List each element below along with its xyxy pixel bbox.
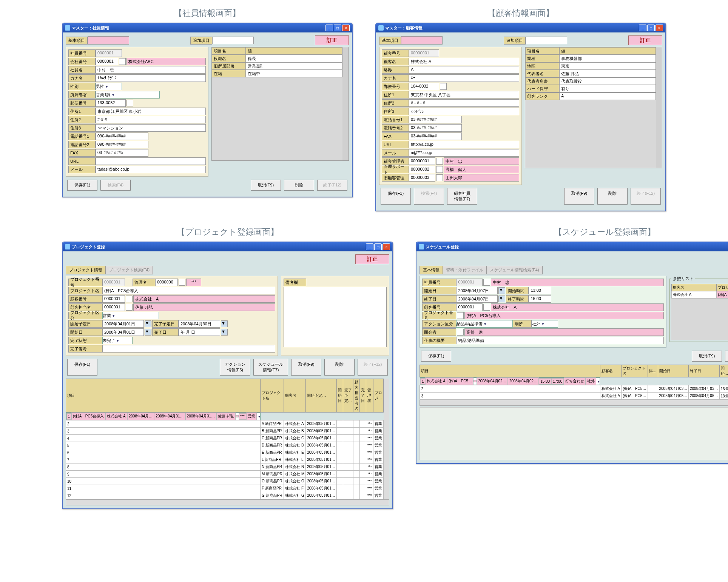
cancel-button[interactable]: 取消(F9) — [251, 180, 281, 191]
minimize-button[interactable]: _ — [325, 25, 333, 31]
compno-field[interactable]: 0000001 — [96, 58, 118, 65]
tel1-field[interactable]: 03-####-#### — [409, 116, 462, 123]
st-field[interactable]: 13:00 — [529, 287, 551, 294]
mgr-field[interactable]: 0000000 — [155, 279, 178, 286]
table-row[interactable]: 9M 新商品PR株式会社 M2008年05月01…***営業 — [66, 471, 384, 478]
table-row[interactable]: 1(株)A PC5台導入株式会社 A2008年04月…2008年04月01…20… — [66, 413, 261, 420]
table-row[interactable]: 5D 新商品PR株式会社 D2008年05月01…***営業 — [66, 442, 384, 449]
table-row[interactable]: 3B 新商品PR株式会社 B2008年05月01…***営業 — [66, 428, 384, 435]
post-lookup[interactable] — [126, 100, 133, 106]
extra-val[interactable]: 佐藤 邦弘 — [559, 70, 656, 77]
cancel-button[interactable]: 取消(F9) — [291, 359, 321, 376]
memo-textarea[interactable] — [284, 287, 387, 347]
extra-val[interactable]: 営業3課 — [246, 62, 342, 70]
mail-field[interactable]: tadasi@abc.co.jp — [96, 166, 206, 173]
extra-val[interactable]: A — [559, 92, 656, 100]
post-field[interactable]: 133-0052 — [96, 99, 126, 107]
scrollbar[interactable] — [342, 47, 349, 160]
save-button[interactable]: 保存(F1) — [421, 351, 451, 362]
asd-cal-icon[interactable]: ▼ — [145, 329, 151, 336]
cno-field[interactable]: 0000001 — [102, 295, 125, 303]
maximize-button[interactable]: □ — [334, 25, 341, 31]
sup-lookup[interactable] — [436, 166, 443, 173]
tel1-field[interactable]: 090-####-#### — [96, 132, 148, 140]
addr3-field[interactable]: ○○ビル — [409, 108, 519, 115]
sd-cal-icon[interactable]: ▼ — [498, 287, 505, 294]
cno-lookup[interactable] — [483, 304, 490, 311]
mgr-btn[interactable]: *** — [186, 279, 201, 286]
extra-val[interactable]: 在籍中 — [246, 70, 342, 77]
table-row[interactable]: 3株式会社 A(株)A PC5…2008年04月05…2008年04月05…13… — [420, 393, 728, 400]
reflist-table[interactable]: 顧客名プロジェクト名 株式会社 A(株)A PC5台導入 — [671, 284, 728, 299]
meet-lookup[interactable] — [457, 329, 464, 336]
act-select[interactable]: 納品/納品準備 — [456, 320, 513, 328]
table-hscroll[interactable] — [420, 400, 728, 406]
pkbn-select[interactable]: 営業 — [102, 312, 159, 319]
tel2-field[interactable]: 090-####-#### — [96, 141, 148, 148]
abbr-field[interactable]: A — [409, 66, 519, 74]
table-row[interactable]: 12G 新商品PR株式会社 G2008年05月01…***営業 — [66, 492, 384, 499]
sup-no[interactable]: 00000002 — [409, 166, 435, 173]
additional-field[interactable] — [212, 37, 254, 44]
et-field[interactable]: 15:00 — [529, 295, 551, 303]
table-row[interactable]: 10O 新商品PR株式会社 O2008年05月01…***営業 — [66, 478, 384, 485]
table-row[interactable]: 2株式会社 A(株)A PC5…2008年04月03…2008年04月03…13… — [420, 385, 728, 393]
close-button[interactable]: × — [656, 25, 663, 31]
mgr-lookup[interactable] — [436, 158, 443, 165]
maximize-button[interactable]: □ — [647, 25, 655, 31]
ed-field[interactable]: 2008年04月07日 — [456, 295, 498, 303]
correct-button[interactable]: 訂正 — [315, 35, 349, 45]
addr3-field[interactable]: ○○マンション — [96, 124, 206, 132]
table-hscroll[interactable] — [66, 499, 389, 505]
mail-field[interactable]: a@***.co.jp — [409, 149, 519, 157]
crep-lookup[interactable] — [126, 304, 133, 311]
cno-lookup[interactable] — [126, 296, 133, 302]
save-button[interactable]: 保存(F1) — [381, 188, 411, 205]
url-field[interactable] — [96, 157, 206, 165]
table-row[interactable]: 4C 新商品PR株式会社 C2008年05月01…***営業 — [66, 435, 384, 442]
note-field[interactable] — [102, 345, 275, 353]
stat-select[interactable]: 未完了 — [102, 337, 133, 344]
delete-button[interactable]: 削除 — [284, 180, 314, 191]
save-button[interactable]: 保存(F1) — [67, 180, 97, 191]
table-row[interactable]: 2A 新商品PR株式会社 A2008年05月01…***営業 — [66, 420, 384, 428]
schedule-table[interactable]: 項目顧客名プロジェクト名添…開始日終了日開始…終了…アクション区分場所1株式会社… — [420, 365, 728, 400]
sd-field[interactable]: 2008年04月01日 — [102, 320, 144, 328]
extra-val[interactable]: 東京 — [559, 62, 656, 70]
ed-cal-icon[interactable]: ▼ — [221, 320, 228, 327]
cancel-button[interactable]: 取消(F9) — [692, 351, 722, 362]
sex-select[interactable]: 男性 — [96, 83, 122, 90]
extra-val[interactable]: 代表取締役 — [559, 77, 656, 85]
crep-field[interactable]: 0000001 — [102, 303, 125, 311]
url-field[interactable]: http://a.co.jp — [409, 141, 519, 148]
work-field[interactable]: 納品/納品準備 — [456, 337, 663, 344]
post-lookup[interactable] — [440, 83, 447, 90]
extra-val[interactable]: 係長 — [246, 55, 342, 62]
table-row[interactable]: 6E 新商品PR株式会社 E2008年05月01…***営業 — [66, 449, 384, 456]
cname-field[interactable]: 株式会社 A — [409, 58, 519, 65]
close-button[interactable]: × — [342, 25, 350, 31]
additional-field[interactable] — [526, 37, 567, 44]
old-no[interactable]: 00000003 — [409, 174, 435, 182]
compno-lookup[interactable] — [119, 58, 126, 65]
pname-field[interactable]: (株)A PC5台導入 — [102, 287, 275, 294]
extra-val[interactable]: 事務機器部 — [559, 55, 656, 62]
tab-search[interactable]: スケジュール情報検索(F4) — [486, 266, 542, 274]
mgr-lookup[interactable] — [179, 279, 185, 286]
maximize-button[interactable]: □ — [374, 243, 382, 250]
pno-lookup[interactable] — [457, 312, 464, 319]
delete-button[interactable]: 削除 — [324, 359, 355, 376]
minimize-button[interactable]: _ — [366, 243, 373, 250]
table-row[interactable]: 11F 新商品PR株式会社 F2008年05月01…***営業 — [66, 485, 384, 492]
addr2-field[interactable]: #-#-# — [96, 116, 206, 123]
table-row[interactable]: 1株式会社 A(株)A PC5…2008年04月02…2008年04月02…15… — [420, 377, 600, 385]
fax-field[interactable]: 03-####-#### — [96, 149, 148, 157]
ed-field[interactable]: 2008年04月30日 — [179, 320, 220, 328]
ed-cal-icon[interactable]: ▼ — [498, 296, 505, 302]
fax-field[interactable]: 03-####-#### — [409, 132, 462, 140]
close-button[interactable]: × — [383, 243, 390, 250]
delete-button[interactable]: 削除 — [597, 188, 628, 205]
tab-project-info[interactable]: プロジェクト情報 — [66, 266, 106, 274]
sd-cal-icon[interactable]: ▼ — [145, 320, 151, 327]
emp-lookup[interactable] — [483, 279, 490, 286]
